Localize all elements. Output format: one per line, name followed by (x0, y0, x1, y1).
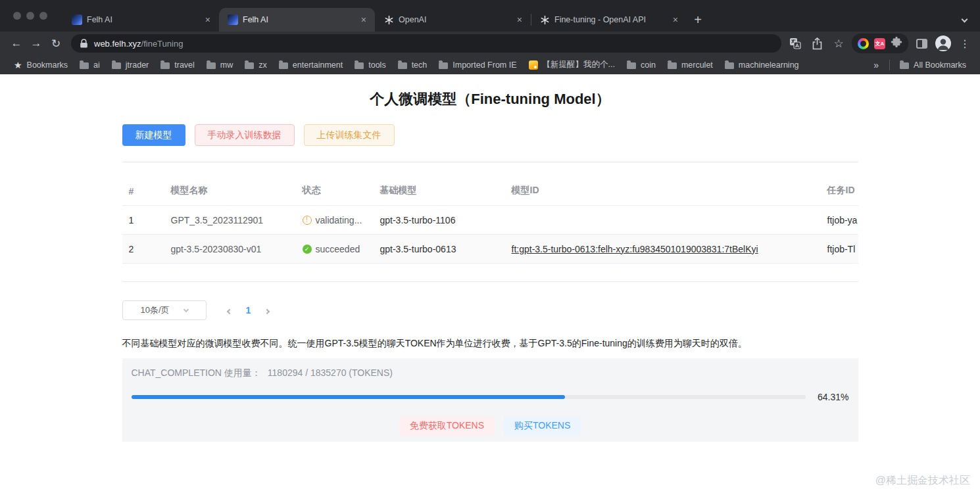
bookmark-folder-tech[interactable]: tech (392, 59, 433, 72)
bookmark-folder-zx[interactable]: zx (239, 59, 273, 72)
models-table: # 模型名称 状态 基础模型 模型ID 任务ID 1 GPT_3.5_20231… (122, 162, 858, 282)
free-tokens-button[interactable]: 免费获取TOKENS (399, 416, 495, 436)
manual-entry-button[interactable]: 手动录入训练数据 (195, 124, 295, 146)
col-header-base-model: 基础模型 (374, 185, 505, 197)
pricing-notice: 不同基础模型对应的微调模型收费不同。统一使用GPT-3.5模型的聊天TOKEN作… (122, 338, 858, 350)
close-tab-icon[interactable]: × (514, 14, 526, 25)
close-tab-icon[interactable]: × (358, 14, 370, 25)
cell-index: 2 (122, 235, 164, 263)
folder-icon (725, 62, 734, 69)
page-size-select[interactable]: 10条/页 (122, 300, 207, 320)
folder-icon (160, 62, 170, 69)
cell-status: !validating... (296, 206, 374, 234)
folder-icon (627, 62, 636, 69)
bookmark-label: jtrader (126, 60, 149, 70)
bookmark-folder-imported-from-ie[interactable]: Imported From IE (433, 59, 522, 72)
bookmark-star-icon[interactable]: ☆ (830, 35, 847, 52)
upload-training-file-button[interactable]: 上传训练集文件 (304, 124, 395, 146)
prev-page-button[interactable] (220, 306, 239, 316)
cell-job-id: ftjob-Tl (821, 235, 858, 263)
bookmark-item-new-reminder[interactable]: 【新提醒】我的个... (523, 57, 621, 72)
page-size-value: 10条/页 (140, 304, 169, 316)
felh-favicon-icon (228, 14, 238, 25)
bookmark-item-bookmarks[interactable]: ★Bookmarks (8, 58, 74, 72)
model-id-link[interactable]: ft:gpt-3.5-turbo-0613:felh-xyz:fu9834501… (512, 244, 758, 254)
rainbow-extension-icon[interactable] (858, 38, 869, 49)
puzzle-extensions-icon[interactable] (891, 36, 902, 51)
bookmark-folder-entertainment[interactable]: entertainment (273, 59, 349, 72)
cell-model-name: gpt-3.5-20230830-v01 (164, 235, 296, 263)
zoom-window-button[interactable] (39, 12, 47, 20)
pagination: 10条/页 1 (122, 300, 858, 320)
new-tab-button[interactable]: + (687, 8, 709, 32)
col-header-index: # (122, 186, 164, 197)
cell-model-id (505, 206, 821, 234)
bookmarks-overflow-chevron[interactable]: » (867, 60, 885, 70)
reload-icon[interactable]: ↻ (46, 34, 66, 53)
bookmark-label: Imported From IE (453, 60, 516, 70)
usage-progress-fill (132, 395, 565, 399)
tab-search-chevron-icon[interactable] (962, 12, 967, 24)
side-panel-icon[interactable] (913, 35, 930, 52)
browser-toolbar: ← → ↻ web.felh.xyz/fineTuning ☆ 文A ⋮ (0, 32, 980, 55)
bookmark-folder-ai[interactable]: ai (74, 59, 106, 72)
cell-base-model: gpt-3.5-turbo-1106 (374, 206, 505, 234)
translate-icon[interactable] (787, 35, 804, 52)
share-icon[interactable] (808, 35, 825, 52)
star-icon: ★ (14, 60, 22, 70)
col-header-job-id: 任务ID (821, 185, 858, 197)
usage-percent: 64.31% (814, 392, 849, 402)
tab-title: Felh AI (87, 15, 197, 24)
bookmark-folder-coin[interactable]: coin (621, 59, 662, 72)
bookmark-folder-mw[interactable]: mw (201, 59, 239, 72)
cell-status: ✓succeeded (296, 235, 374, 263)
folder-icon (279, 62, 288, 69)
current-page-number[interactable]: 1 (239, 305, 258, 316)
minimize-window-button[interactable] (26, 12, 34, 20)
browser-menu-icon[interactable]: ⋮ (956, 35, 973, 52)
close-window-button[interactable] (13, 12, 21, 20)
lock-icon (80, 39, 88, 49)
forward-icon[interactable]: → (26, 34, 46, 53)
extensions-pill: 文A (852, 34, 908, 53)
tab-felh-ai-2-active[interactable]: Felh AI × (219, 8, 375, 32)
tabs-container: Felh AI × Felh AI × OpenAI × Fine-tuning… (63, 8, 709, 32)
table-header-row: # 模型名称 状态 基础模型 模型ID 任务ID (122, 162, 858, 206)
bookmark-label: coin (641, 60, 656, 70)
bookmark-folder-travel[interactable]: travel (155, 59, 201, 72)
folder-icon (355, 62, 364, 69)
translate-extension-icon[interactable]: 文A (874, 38, 885, 49)
bookmark-folder-machinelearning[interactable]: machinelearning (719, 59, 805, 72)
page-favicon-icon (529, 60, 538, 70)
bookmark-label: ai (93, 60, 100, 70)
tab-felh-ai-1[interactable]: Felh AI × (63, 8, 219, 32)
buy-tokens-button[interactable]: 购买TOKENS (504, 416, 581, 436)
success-check-icon: ✓ (303, 245, 312, 254)
folder-icon (245, 62, 254, 69)
back-icon[interactable]: ← (7, 34, 26, 53)
bookmark-folder-merculet[interactable]: merculet (662, 59, 719, 72)
close-tab-icon[interactable]: × (202, 14, 214, 25)
bookmark-folder-tools[interactable]: tools (349, 59, 391, 72)
bookmark-label: merculet (681, 60, 713, 70)
openai-favicon-icon (539, 14, 550, 25)
status-text: succeeded (316, 244, 360, 254)
tab-title: Fine-tuning - OpenAI API (554, 15, 665, 24)
bookmark-folder-jtrader[interactable]: jtrader (106, 59, 155, 72)
all-bookmarks-button[interactable]: All Bookmarks (894, 59, 972, 72)
new-model-button[interactable]: 新建模型 (122, 124, 185, 146)
bookmark-label: machinelearning (739, 60, 799, 70)
bookmark-label: entertainment (293, 60, 343, 70)
profile-avatar[interactable] (935, 35, 952, 52)
usage-label: CHAT_COMPLETION 使用量： (132, 367, 261, 379)
next-page-button[interactable] (257, 306, 277, 316)
felh-favicon-icon (72, 14, 82, 25)
tab-openai[interactable]: OpenAI × (375, 8, 531, 32)
address-bar[interactable]: web.felh.xyz/fineTuning (71, 34, 781, 53)
col-header-model-name: 模型名称 (164, 185, 296, 197)
usage-progress-track (132, 395, 806, 399)
cell-index: 1 (122, 206, 164, 234)
close-tab-icon[interactable]: × (670, 14, 681, 25)
openai-favicon-icon (383, 14, 394, 25)
tab-fine-tuning-openai[interactable]: Fine-tuning - OpenAI API × (531, 8, 687, 32)
